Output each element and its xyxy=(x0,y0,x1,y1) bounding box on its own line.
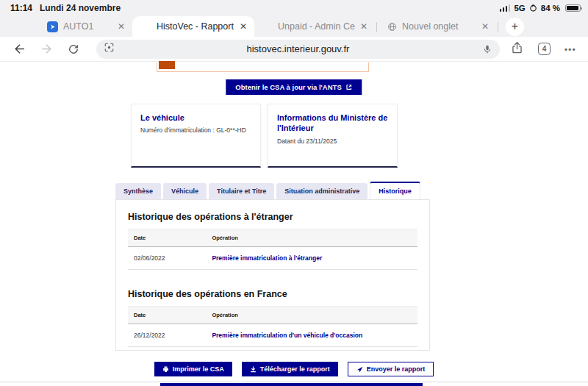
table-header-row: Date Opération xyxy=(128,229,417,247)
button-label: Imprimer le CSA xyxy=(173,365,224,373)
card-text: Datant du 23/11/2025 xyxy=(277,137,388,145)
column-header-operation: Opération xyxy=(206,229,417,247)
ants-link-button[interactable]: Obtenir le CSA à jour via l'ANTS xyxy=(226,79,362,95)
unpaid-favicon xyxy=(263,22,273,32)
section-title: Historique des opérations à l'étranger xyxy=(128,212,417,222)
column-header-date: Date xyxy=(128,307,206,324)
browser-tab-strip: AUTO1 ✕ HistoVec - Rapport vend ✕ Unpaid… xyxy=(0,16,588,37)
tab-historique[interactable]: Historique xyxy=(370,182,420,199)
warning-alert-partial xyxy=(157,62,369,72)
send-report-button[interactable]: Envoyer le rapport xyxy=(348,362,434,376)
operation-link[interactable]: Première immatriculation à l'étranger xyxy=(212,254,322,262)
share-icon[interactable] xyxy=(510,40,524,57)
page-info-icon[interactable] xyxy=(104,42,115,56)
clock: 11:14 xyxy=(10,3,32,13)
tab-situation-administrative[interactable]: Situation administrative xyxy=(276,183,368,199)
download-report-button[interactable]: Télécharger le rapport xyxy=(242,362,338,376)
section-title: Historique des opérations en France xyxy=(128,289,417,299)
operations-table: Date Opération 26/12/2022 Première immat… xyxy=(128,306,417,347)
report-tabs: Synthèse Véhicule Titulaire et Titre Sit… xyxy=(115,182,420,199)
url-text[interactable]: histovec.interieur.gouv.fr xyxy=(118,43,478,54)
tab-title: HistoVec - Rapport vend xyxy=(157,21,234,32)
tab-title: AUTO1 xyxy=(63,21,112,32)
table-row: 02/06/2022 Première immatriculation à l'… xyxy=(128,247,417,270)
report-actions: Imprimer le CSA Télécharger le rapport E… xyxy=(0,362,588,376)
browser-toolbar: histovec.interieur.gouv.fr 4 ••• xyxy=(0,37,588,62)
status-date: Lundi 24 novembre xyxy=(40,3,121,13)
button-label: Télécharger le rapport xyxy=(260,365,330,373)
auto1-favicon xyxy=(47,21,58,32)
button-label: Envoyer le rapport xyxy=(367,365,426,373)
reload-button[interactable] xyxy=(66,42,81,57)
cell-date: 02/06/2022 xyxy=(128,247,206,270)
back-button[interactable] xyxy=(12,42,26,57)
address-bar[interactable]: histovec.interieur.gouv.fr xyxy=(96,40,500,59)
tab-title: Unpaid - Admin Center xyxy=(278,21,355,32)
print-csa-button[interactable]: Imprimer le CSA xyxy=(154,362,232,376)
tab-synthese[interactable]: Synthèse xyxy=(115,183,161,199)
battery-icon xyxy=(565,4,581,12)
tab-counter-button[interactable]: 4 xyxy=(538,43,551,55)
tab-count: 4 xyxy=(542,45,547,53)
ministry-info-card: Informations du Ministère de l'Intérieur… xyxy=(268,104,398,168)
footer-bar-partial xyxy=(160,383,423,386)
external-link-icon xyxy=(346,84,353,90)
operation-link[interactable]: Première immatriculation d'un véhicule d… xyxy=(212,332,362,339)
historique-panel: Historique des opérations à l'étranger D… xyxy=(115,199,430,351)
globe-icon xyxy=(387,22,397,32)
warning-badge xyxy=(159,61,175,69)
new-tab-button[interactable]: + xyxy=(506,18,524,36)
cell-date: 26/12/2022 xyxy=(128,324,206,347)
section-operations-france: Historique des opérations en France Date… xyxy=(128,289,417,347)
report-cards: Le véhicule Numéro d'immatriculation : G… xyxy=(131,104,398,168)
section-operations-etranger: Historique des opérations à l'étranger D… xyxy=(128,212,417,270)
vehicle-card: Le véhicule Numéro d'immatriculation : G… xyxy=(131,104,261,168)
ants-button-label: Obtenir le CSA à jour via l'ANTS xyxy=(235,83,341,91)
tab-separator xyxy=(376,22,377,32)
card-title: Le véhicule xyxy=(140,112,251,123)
voice-search-icon[interactable] xyxy=(482,44,492,54)
browser-tab-auto1[interactable]: AUTO1 ✕ xyxy=(38,16,132,37)
column-header-date: Date xyxy=(128,229,206,247)
close-tab-icon[interactable]: ✕ xyxy=(360,21,368,32)
signal-strength-icon xyxy=(500,4,511,12)
page-content: Obtenir le CSA à jour via l'ANTS Le véhi… xyxy=(0,62,588,386)
network-type: 5G xyxy=(514,4,525,12)
table-header-row: Date Opération xyxy=(128,307,417,324)
browser-tab-nouvel-onglet[interactable]: Nouvel onglet ✕ xyxy=(379,16,496,37)
tab-separator xyxy=(498,22,498,32)
more-menu-button[interactable]: ••• xyxy=(564,45,576,54)
send-icon xyxy=(356,366,363,373)
download-icon xyxy=(250,366,257,373)
column-header-operation: Opération xyxy=(206,307,417,324)
france-flag-favicon xyxy=(141,23,151,30)
status-bar: 11:14 Lundi 24 novembre 5G 84 % xyxy=(0,0,588,16)
close-tab-icon[interactable]: ✕ xyxy=(240,21,247,32)
browser-tab-unpaid[interactable]: Unpaid - Admin Center ✕ xyxy=(254,16,375,37)
close-tab-icon[interactable]: ✕ xyxy=(118,21,125,32)
card-text: Numéro d'immatriculation : GL-0**-HD xyxy=(140,126,251,134)
table-row: 26/12/2022 Première immatriculation d'un… xyxy=(128,324,417,347)
battery-percent: 84 % xyxy=(541,4,560,12)
browser-tab-histovec[interactable]: HistoVec - Rapport vend ✕ xyxy=(132,16,254,37)
close-tab-icon[interactable]: ✕ xyxy=(481,21,489,32)
orientation-lock-icon xyxy=(529,4,537,13)
forward-button[interactable] xyxy=(39,42,54,57)
tab-title: Nouvel onglet xyxy=(402,21,476,32)
tab-titulaire-et-titre[interactable]: Titulaire et Titre xyxy=(209,183,274,199)
tab-vehicule[interactable]: Véhicule xyxy=(163,183,207,199)
printer-icon xyxy=(162,366,169,373)
footer-divider xyxy=(0,382,588,382)
operations-table: Date Opération 02/06/2022 Première immat… xyxy=(128,229,417,270)
card-title: Informations du Ministère de l'Intérieur xyxy=(277,112,388,134)
screen: 11:14 Lundi 24 novembre 5G 84 % AUTO1 ✕ … xyxy=(0,0,588,386)
